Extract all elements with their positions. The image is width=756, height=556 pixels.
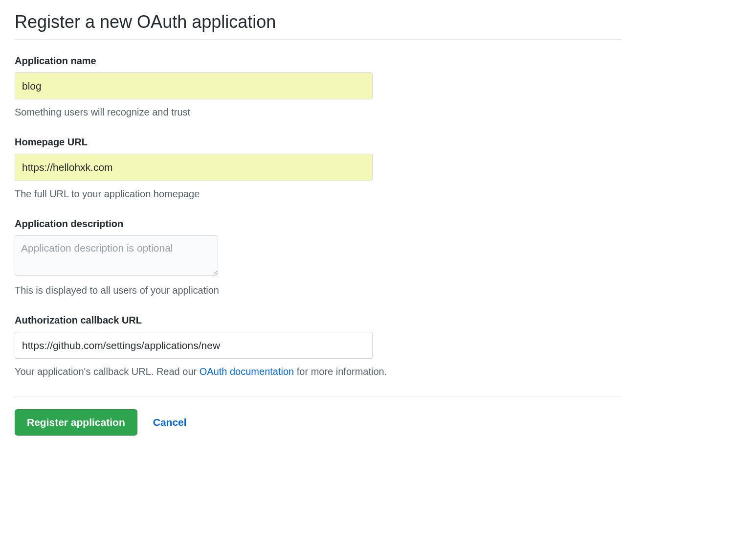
field-group-homepage-url: Homepage URL The full URL to your applic… bbox=[15, 137, 621, 200]
cancel-button[interactable]: Cancel bbox=[153, 417, 187, 428]
oauth-documentation-link[interactable]: OAuth documentation bbox=[200, 366, 294, 377]
app-name-help: Something users will recognize and trust bbox=[15, 105, 621, 119]
homepage-url-label: Homepage URL bbox=[15, 137, 621, 148]
callback-url-input[interactable] bbox=[15, 332, 373, 359]
form-container: Register a new OAuth application Applica… bbox=[15, 12, 621, 436]
form-actions: Register application Cancel bbox=[15, 409, 621, 436]
app-name-label: Application name bbox=[15, 55, 621, 67]
register-application-button[interactable]: Register application bbox=[15, 409, 137, 436]
callback-help-prefix: Your application's callback URL. Read ou… bbox=[15, 366, 200, 377]
field-group-description: Application description This is displaye… bbox=[15, 218, 621, 297]
callback-help-suffix: for more information. bbox=[294, 366, 387, 377]
field-group-callback-url: Authorization callback URL Your applicat… bbox=[15, 315, 621, 378]
callback-url-help: Your application's callback URL. Read ou… bbox=[15, 365, 621, 378]
title-divider bbox=[15, 39, 621, 40]
callback-url-label: Authorization callback URL bbox=[15, 315, 621, 326]
page-title: Register a new OAuth application bbox=[15, 12, 621, 32]
homepage-url-help: The full URL to your application homepag… bbox=[15, 187, 621, 201]
description-textarea[interactable] bbox=[15, 235, 218, 276]
field-group-app-name: Application name Something users will re… bbox=[15, 55, 621, 119]
description-help: This is displayed to all users of your a… bbox=[15, 283, 621, 297]
app-name-input[interactable] bbox=[15, 72, 373, 99]
description-label: Application description bbox=[15, 218, 621, 230]
homepage-url-input[interactable] bbox=[15, 154, 373, 181]
actions-divider bbox=[15, 396, 621, 396]
